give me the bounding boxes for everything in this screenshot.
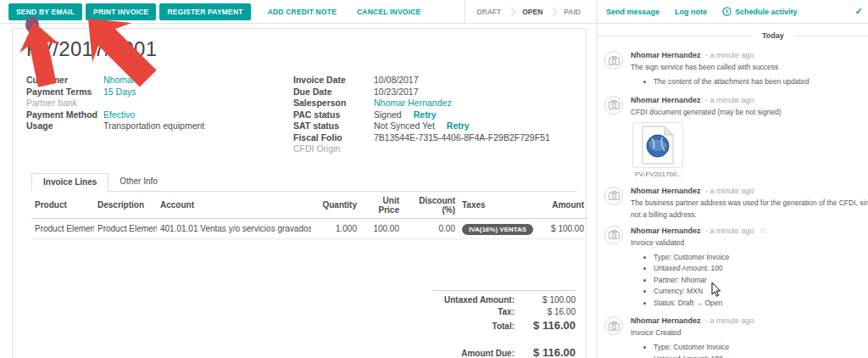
message-header: Nhomar Hernandez - a minute ago [631,316,868,325]
avatar [604,51,623,70]
table-cell: IVA(16%) VENTAS [459,218,537,238]
message-author[interactable]: Nhomar Hernandez [631,51,701,59]
field-row: Partner bank [26,98,293,109]
invoice-number-title: FV/2017/0001 [26,37,586,61]
tab-other-info[interactable]: Other Info [108,173,168,192]
invoice-toolbar: SEND BY EMAILPRINT INVOICEREGISTER PAYME… [0,0,597,24]
field-row: Payment MethodEfectivo [26,109,293,121]
total-label: Total: [433,322,523,331]
table-row[interactable]: Product ElementProduct Element401.01.01 … [31,218,587,238]
attachment[interactable]: FV-FV201700... [632,122,685,178]
message-text: CFDI document generated (may be not sign… [631,108,868,116]
field-value[interactable]: Efectivo [103,109,135,121]
message-body: Nhomar Hernandez - a minute agoInvoice C… [631,316,868,358]
primary-buttons: SEND BY EMAILPRINT INVOICEREGISTER PAYME… [8,3,254,20]
field-value[interactable]: Nhomar [103,75,135,87]
follow-check-icon[interactable]: ✓ [855,6,863,17]
message-bullet: Type: Customer Invoice [654,253,868,261]
message-author[interactable]: Nhomar Hernandez [631,96,701,104]
field-label: Due Date [293,87,374,98]
xml-file-icon [642,126,674,165]
field-row: UsageTransportation equipment [26,120,293,132]
field-row: CFDI Origin [293,143,586,155]
untaxed-amount-label: Untaxed Amount: [433,295,523,305]
total-value: $ 116.00 [523,319,576,332]
field-value[interactable]: 15 Days [103,87,136,98]
message-text: Invoice validated [631,238,868,247]
message-bullet: The content of the attachment has been u… [654,77,868,86]
toolbar-button-print-invoice[interactable]: PRINT INVOICE [86,3,156,20]
message-list: Nhomar Hernandez - a minute agoThe sign … [598,47,868,358]
attachment-thumbnail[interactable] [632,122,683,168]
invoice-fields: CustomerNhomarPayment Terms15 DaysPartne… [26,75,586,155]
avatar [604,316,623,335]
message-bullet: Type: Customer Invoice [654,343,868,351]
table-header-row: ProductDescriptionAccountQuantityUnit Pr… [31,192,587,219]
column-header: Quantity [311,192,360,219]
log-note-button[interactable]: Log note [675,8,707,16]
field-row: Fiscal Folio7B13544E-7315-4406-8F4A-F29B… [293,132,586,144]
retry-button[interactable]: Retry [447,120,470,132]
field-value: Signed [374,109,402,121]
message-text: The sign service has been called with su… [631,63,868,71]
message-bullet-list: Type: Customer InvoiceUntaxed Amount: 10… [654,343,868,358]
clock-icon [722,7,732,16]
camera-icon [609,56,620,65]
flat-buttons: ADD CREDIT NOTECANCEL INVOICE [254,3,428,20]
field-row: Payment Terms15 Days [26,87,293,98]
toolbar-button-cancel-invoice[interactable]: CANCEL INVOICE [350,3,427,20]
field-label: Invoice Date [293,75,374,87]
column-header: Description [94,192,157,219]
toolbar-button-register-payment[interactable]: REGISTER PAYMENT [159,3,250,20]
message-author[interactable]: Nhomar Hernandez [631,187,701,195]
invoice-totals: Untaxed Amount: $ 100.00 Tax: $ 16.00 To… [433,290,576,358]
message-author[interactable]: Nhomar Hernandez [631,227,701,235]
status-stage-draft[interactable]: DRAFT [469,8,509,16]
amount-due-value: $ 116.00 [523,346,576,358]
camera-icon [609,100,620,109]
status-stage-paid[interactable]: PAID [556,8,588,16]
field-value: 7B13544E-7315-4406-8F4A-F29B2F729F51 [374,132,550,144]
field-row: PAC statusSignedRetry [293,109,586,121]
camera-icon [609,230,620,239]
field-label: Salesperson [293,98,374,109]
chatter-message: Nhomar Hernandez - a minute agoInvoice C… [598,312,868,358]
fields-right-column: Invoice Date10/08/2017Due Date10/23/2017… [293,75,586,155]
tax-label: Tax: [433,307,523,316]
schedule-activity-button[interactable]: Schedule activity [722,7,798,16]
tab-invoice-lines[interactable]: Invoice Lines [31,173,108,192]
message-author[interactable]: Nhomar Hernandez [631,316,701,325]
avatar [604,226,623,244]
message-timestamp: - a minute ago [704,51,754,59]
message-header: Nhomar Hernandez - a minute ago [631,96,868,104]
toolbar-button-send-by-email[interactable]: SEND BY EMAIL [8,3,82,20]
toolbar-button-add-credit-note[interactable]: ADD CREDIT NOTE [261,3,343,20]
table-cell: 0.00 [403,218,459,238]
message-bullet: Partner: Nhomar [654,276,868,284]
camera-icon [609,191,620,200]
column-header: Product [31,192,94,219]
message-text: not a billing address. [631,210,868,219]
message-bullet: Untaxed Amount: 100 [654,355,868,358]
field-label: Fiscal Folio [293,132,374,144]
status-stage-open[interactable]: OPEN [515,8,550,16]
table-cell: Product Element [31,218,94,238]
message-bullet: Currency: MXN [654,287,868,295]
field-value[interactable]: Nhomar Hernandez [374,98,452,109]
message-body: Nhomar Hernandez - a minute agoThe sign … [631,51,868,89]
table-cell: 100.00 [360,218,403,238]
retry-button[interactable]: Retry [414,109,437,121]
message-bullet-list: Type: Customer InvoiceUntaxed Amount: 10… [654,253,868,307]
send-message-button[interactable]: Send message [606,8,659,16]
chatter-panel: Today Nhomar Hernandez - a minute agoThe… [597,24,868,358]
camera-icon [609,322,620,331]
statusbar: DRAFTOPENPAID [465,0,588,23]
message-body: Nhomar Hernandez - a minute agoCFDI docu… [631,96,868,180]
star-icon[interactable]: ☆ [760,226,767,235]
field-value: Transportation equipment [103,120,204,132]
table-cell: Product Element [94,218,157,238]
message-timestamp: - a minute ago [704,187,754,195]
untaxed-amount-value: $ 100.00 [523,295,576,305]
field-value: 10/23/2017 [374,87,419,98]
field-label: CFDI Origin [293,143,374,155]
